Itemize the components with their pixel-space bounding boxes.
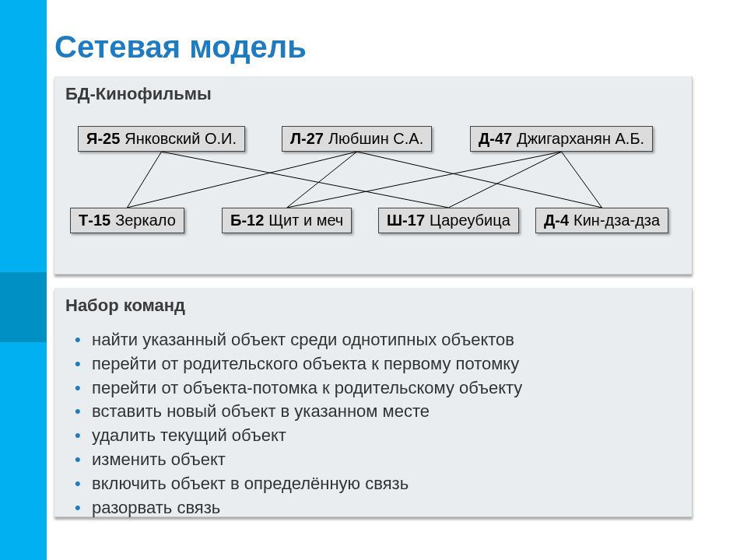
- list-item: перейти от объекта-потомка к родительско…: [92, 376, 684, 401]
- node-label: Кин-дза-дза: [573, 212, 660, 229]
- svg-line-1: [161, 152, 448, 208]
- svg-line-6: [448, 152, 561, 208]
- page-title: Сетевая модель: [54, 30, 307, 65]
- list-item: найти указанный объект среди однотипных …: [92, 328, 684, 352]
- list-item: изменить объект: [92, 448, 684, 472]
- commands-list: найти указанный объект среди однотипных …: [54, 322, 692, 527]
- node-label: Янковский О.И.: [124, 130, 237, 148]
- diagram-area: Я-25Янковский О.И.Л-27Любшин С.А.Д-47Джи…: [54, 110, 692, 266]
- diagram-title: БД-Кинофильмы: [54, 76, 692, 110]
- svg-line-2: [127, 152, 356, 208]
- svg-line-3: [287, 152, 357, 208]
- list-item: разорвать связь: [92, 496, 684, 520]
- list-item: перейти от родительского объекта к перво…: [92, 352, 684, 376]
- actor-node: Я-25Янковский О.И.: [78, 126, 245, 152]
- film-node: Ш-17Цареубица: [378, 208, 519, 233]
- list-item: удалить текущий объект: [92, 424, 684, 448]
- node-label: Джигарханян А.Б.: [517, 130, 644, 148]
- diagram-panel: БД-Кинофильмы Я-25Янковский О.И.Л-27Любш…: [54, 76, 693, 275]
- actor-node: Л-27Любшин С.А.: [282, 126, 432, 152]
- node-code: Я-25: [86, 130, 120, 148]
- node-code: Л-27: [290, 130, 324, 148]
- svg-line-7: [562, 152, 602, 208]
- node-code: Т-15: [79, 212, 110, 229]
- node-label: Любшин С.А.: [328, 130, 423, 148]
- node-code: Д-47: [479, 130, 512, 148]
- film-node: Д-4Кин-дза-дза: [535, 208, 668, 233]
- film-node: Б-12Щит и меч: [222, 208, 352, 233]
- commands-panel: Набор команд найти указанный объект сред…: [54, 288, 693, 517]
- svg-line-4: [357, 152, 602, 208]
- film-node: Т-15Зеркало: [70, 208, 184, 233]
- actor-node: Д-47Джигарханян А.Б.: [470, 126, 653, 152]
- node-label: Щит и меч: [268, 212, 343, 229]
- node-code: Ш-17: [387, 212, 425, 229]
- list-item: вставить новый объект в указанном месте: [92, 400, 684, 424]
- commands-title: Набор команд: [54, 288, 692, 322]
- node-label: Цареубица: [430, 212, 510, 229]
- svg-line-5: [287, 152, 562, 208]
- node-code: Б-12: [230, 212, 264, 229]
- node-label: Зеркало: [115, 212, 176, 229]
- node-code: Д-4: [544, 212, 569, 229]
- svg-line-0: [127, 152, 161, 208]
- list-item: включить объект в определённую связь: [92, 472, 684, 496]
- sidebar-accent: [0, 272, 47, 342]
